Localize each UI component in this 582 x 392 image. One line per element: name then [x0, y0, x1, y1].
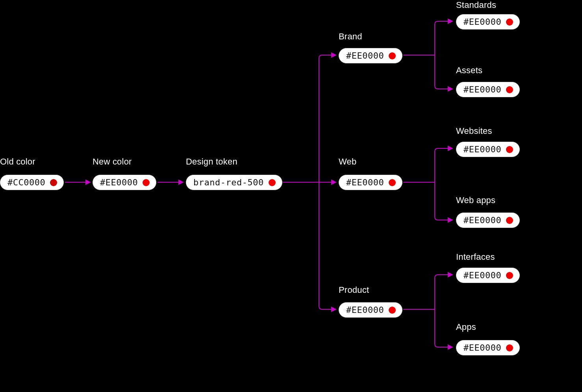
swatch-dot-websites	[506, 146, 513, 153]
label-brand: Brand	[339, 31, 362, 42]
label-old-color: Old color	[0, 157, 35, 167]
label-interfaces: Interfaces	[456, 252, 495, 262]
label-websites: Websites	[456, 126, 492, 136]
chip-old-color-text: #CC0000	[7, 178, 45, 187]
chip-standards: #EE0000	[456, 14, 520, 30]
chip-apps-text: #EE0000	[463, 343, 501, 353]
label-assets: Assets	[456, 65, 482, 76]
chip-old-color: #CC0000	[0, 175, 64, 190]
swatch-dot-old	[50, 179, 57, 186]
swatch-dot-web	[389, 179, 396, 186]
swatch-dot-standards	[506, 18, 513, 26]
swatch-dot-new	[143, 179, 150, 186]
swatch-dot-brand	[389, 52, 396, 59]
swatch-dot-web-apps	[506, 217, 513, 224]
chip-websites: #EE0000	[456, 142, 520, 157]
chip-new-color: #EE0000	[93, 175, 156, 190]
label-web: Web	[339, 157, 356, 167]
chip-apps: #EE0000	[456, 340, 520, 355]
label-product: Product	[339, 285, 369, 295]
chip-web: #EE0000	[339, 175, 402, 190]
label-design-token: Design token	[186, 157, 237, 167]
swatch-dot-apps	[506, 344, 513, 351]
chip-web-text: #EE0000	[346, 178, 384, 187]
label-standards: Standards	[456, 0, 496, 10]
diagram-canvas: { "colors": { "old": "#CC0000", "new": "…	[0, 0, 582, 392]
label-web-apps: Web apps	[456, 195, 495, 205]
swatch-dot-token	[269, 179, 276, 186]
swatch-dot-assets	[506, 86, 513, 93]
chip-product: #EE0000	[339, 302, 402, 318]
chip-standards-text: #EE0000	[463, 17, 501, 27]
chip-interfaces-text: #EE0000	[463, 270, 501, 280]
chip-assets: #EE0000	[456, 82, 520, 97]
chip-brand: #EE0000	[339, 48, 402, 63]
chip-websites-text: #EE0000	[463, 144, 501, 154]
chip-brand-text: #EE0000	[346, 51, 384, 61]
label-new-color: New color	[93, 157, 132, 167]
chip-assets-text: #EE0000	[463, 85, 501, 94]
chip-interfaces: #EE0000	[456, 268, 520, 283]
chip-web-apps-text: #EE0000	[463, 215, 501, 225]
swatch-dot-product	[389, 307, 396, 314]
chip-web-apps: #EE0000	[456, 213, 520, 228]
chip-product-text: #EE0000	[346, 305, 384, 315]
chip-design-token-text: brand-red-500	[193, 178, 264, 187]
chip-new-color-text: #EE0000	[100, 178, 138, 187]
label-apps: Apps	[456, 322, 476, 332]
chip-design-token: brand-red-500	[186, 175, 282, 190]
swatch-dot-interfaces	[506, 272, 513, 279]
